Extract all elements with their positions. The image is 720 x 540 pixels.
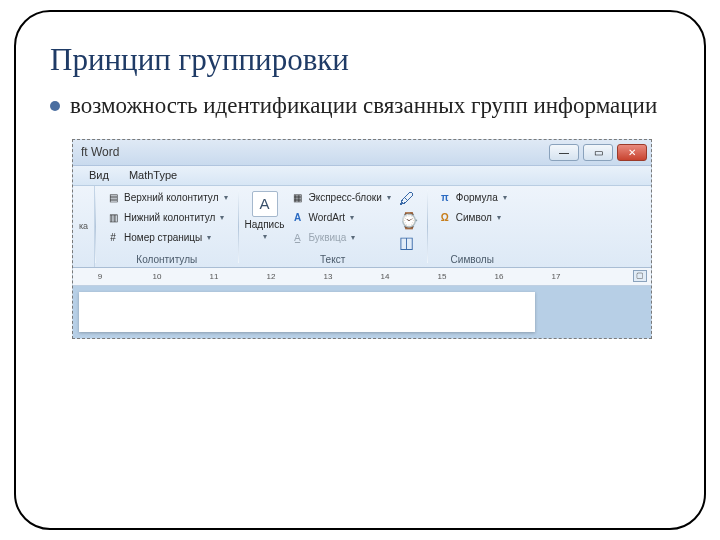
- datetime-icon[interactable]: ⌚: [399, 211, 419, 230]
- ruler-tick: 9: [79, 272, 121, 281]
- pagenumber-icon: #: [106, 231, 120, 245]
- header-button[interactable]: ▤ Верхний колонтитул ▾: [104, 189, 230, 207]
- ruler-tick: 12: [250, 272, 292, 281]
- textbox-button[interactable]: A Надпись ▾: [247, 189, 283, 253]
- symbol-icon: Ω: [438, 211, 452, 225]
- ruler-tick: 13: [307, 272, 349, 281]
- dropdown-icon: ▾: [350, 213, 354, 222]
- footer-icon: ▥: [106, 211, 120, 225]
- ruler-tick: 10: [136, 272, 178, 281]
- bullet-dot-icon: [50, 101, 60, 111]
- wordart-label: WordArt: [309, 212, 346, 223]
- ruler-tick: 14: [364, 272, 406, 281]
- footer-label: Нижний колонтитул: [124, 212, 215, 223]
- formula-label: Формула: [456, 192, 498, 203]
- footer-button[interactable]: ▥ Нижний колонтитул ▾: [104, 209, 230, 227]
- document-page[interactable]: [79, 292, 535, 332]
- ruler-tick: 11: [193, 272, 235, 281]
- menu-mathtype[interactable]: MathType: [129, 169, 177, 181]
- formula-button[interactable]: π Формула ▾: [436, 189, 509, 207]
- signature-icon[interactable]: 🖊: [399, 190, 419, 208]
- ruler-tick: 16: [478, 272, 520, 281]
- menu-bar: Вид MathType: [73, 166, 651, 186]
- dropdown-icon: ▾: [387, 193, 391, 202]
- ribbon: ка ▤ Верхний колонтитул ▾ ▥ Нижний колон…: [73, 186, 651, 268]
- window-titlebar: ft Word — ▭ ✕: [73, 140, 651, 166]
- wordart-icon: A: [291, 211, 305, 225]
- dropcap-icon: A̲: [291, 231, 305, 245]
- ribbon-group-kolontituly: ▤ Верхний колонтитул ▾ ▥ Нижний колонтит…: [96, 186, 238, 267]
- group-label-text: Текст: [247, 253, 419, 266]
- quickparts-label: Экспресс-блоки: [309, 192, 382, 203]
- wordart-button[interactable]: A WordArt ▾: [289, 209, 393, 227]
- ribbon-group-symbols: π Формула ▾ Ω Символ ▾ . Символы: [428, 186, 517, 267]
- dropdown-icon: ▾: [351, 233, 355, 242]
- symbol-label: Символ: [456, 212, 492, 223]
- document-area: [73, 286, 651, 338]
- pagenumber-button[interactable]: # Номер страницы ▾: [104, 229, 230, 247]
- quickparts-icon: ▦: [291, 191, 305, 205]
- group-label-symbols: Символы: [436, 253, 509, 266]
- window-controls: — ▭ ✕: [549, 144, 647, 161]
- dropcap-label: Буквица: [309, 232, 347, 243]
- dropdown-icon: ▾: [220, 213, 224, 222]
- textbox-icon: A: [252, 191, 278, 217]
- bullet-item: возможность идентификации связанных груп…: [50, 92, 676, 121]
- dropdown-icon: ▾: [503, 193, 507, 202]
- formula-icon: π: [438, 191, 452, 205]
- ruler-tick: 15: [421, 272, 463, 281]
- word-screenshot: ft Word — ▭ ✕ Вид MathType ка ▤ Верхний: [72, 139, 652, 339]
- menu-view[interactable]: Вид: [89, 169, 109, 181]
- ruler-tick: 17: [535, 272, 577, 281]
- header-label: Верхний колонтитул: [124, 192, 219, 203]
- dropcap-button[interactable]: A̲ Буквица ▾: [289, 229, 393, 247]
- bullet-text: возможность идентификации связанных груп…: [70, 92, 657, 121]
- quickparts-button[interactable]: ▦ Экспресс-блоки ▾: [289, 189, 393, 207]
- close-button[interactable]: ✕: [617, 144, 647, 161]
- slide-frame: Принцип группировки возможность идентифи…: [14, 10, 706, 530]
- slide-title: Принцип группировки: [50, 42, 676, 78]
- header-icon: ▤: [106, 191, 120, 205]
- group-label-kolontituly: Колонтитулы: [104, 253, 230, 266]
- ribbon-cut-edge: ка: [73, 186, 95, 267]
- ruler: 9 10 11 12 13 14 15 16 17 ▢: [73, 268, 651, 286]
- dropdown-icon: ▾: [263, 232, 267, 241]
- ribbon-group-text: A Надпись ▾ ▦ Экспресс-блоки ▾ A WordArt: [239, 186, 427, 267]
- dropdown-icon: ▾: [497, 213, 501, 222]
- dropdown-icon: ▾: [207, 233, 211, 242]
- object-icon[interactable]: ◫: [399, 233, 419, 252]
- pagenumber-label: Номер страницы: [124, 232, 202, 243]
- minimize-button[interactable]: —: [549, 144, 579, 161]
- symbol-button[interactable]: Ω Символ ▾: [436, 209, 509, 227]
- dropdown-icon: ▾: [224, 193, 228, 202]
- ruler-toggle-icon[interactable]: ▢: [633, 270, 647, 282]
- textbox-label: Надпись: [245, 219, 285, 230]
- window-title: ft Word: [81, 145, 119, 159]
- maximize-button[interactable]: ▭: [583, 144, 613, 161]
